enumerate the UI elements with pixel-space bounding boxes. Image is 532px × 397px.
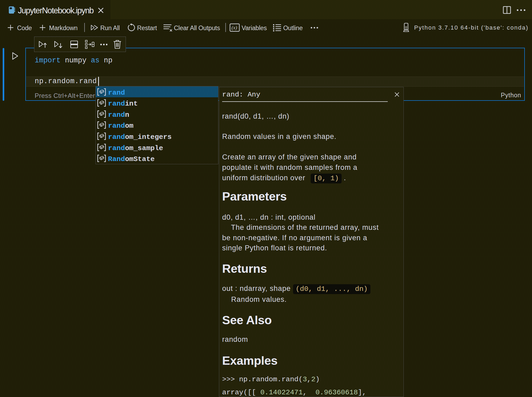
svg-text:(x): (x) — [231, 25, 237, 31]
